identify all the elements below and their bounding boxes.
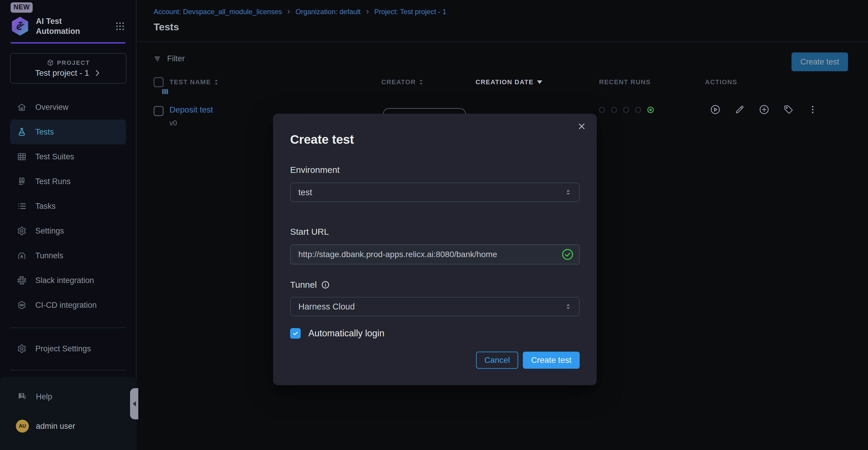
project-name: Test project - 1	[35, 68, 89, 78]
cube-icon	[46, 59, 54, 66]
add-plus-circle-icon[interactable]	[759, 104, 769, 115]
tag-icon[interactable]	[783, 105, 794, 115]
start-url-label: Start URL	[290, 227, 580, 237]
sidebar-item-label: Settings	[35, 226, 64, 235]
column-header-actions: ACTIONS	[705, 78, 838, 86]
sort-desc-icon	[537, 80, 542, 84]
sidebar: NEW AI Test Automation	[0, 0, 136, 450]
sidebar-divider	[10, 328, 126, 328]
sidebar-item-help[interactable]: Help	[10, 385, 126, 408]
column-header-creator[interactable]: CREATOR	[381, 78, 475, 86]
chevron-up-down-icon	[564, 303, 572, 310]
run-status-dot[interactable]	[623, 107, 629, 113]
chevron-right-icon	[286, 9, 291, 15]
environment-select[interactable]: test	[290, 182, 580, 202]
sidebar-item-settings[interactable]: Settings	[10, 219, 126, 243]
chevron-left-icon	[133, 401, 136, 406]
sidebar-item-slack-integration[interactable]: Slack integration	[10, 268, 126, 293]
sidebar-item-tasks[interactable]: Tasks	[10, 194, 126, 219]
create-test-modal: Create test Environment test Start URL h…	[273, 114, 597, 385]
sidebar-item-label: Test Runs	[35, 177, 71, 186]
info-icon[interactable]	[321, 280, 330, 289]
start-url-input[interactable]: http://stage.dbank.prod-apps.relicx.ai:8…	[290, 245, 580, 264]
breadcrumb: Account: Devspace_all_module_licenses Or…	[154, 8, 851, 16]
tunnel-value: Harness Cloud	[298, 302, 355, 312]
sidebar-item-label: Overview	[35, 103, 68, 112]
sort-icon	[418, 78, 424, 86]
run-status-dot[interactable]	[599, 107, 605, 113]
select-all-checkbox[interactable]	[154, 77, 164, 87]
table-header: TEST NAME CREATOR CREATION DATE RECENT R…	[137, 77, 868, 94]
actions-cell	[705, 104, 838, 115]
environment-label: Environment	[290, 165, 580, 175]
chevron-up-down-icon	[564, 189, 572, 196]
modal-buttons: Cancel Create test	[290, 351, 580, 369]
app-switcher-icon[interactable]	[115, 21, 125, 31]
sort-icon	[213, 78, 219, 86]
sidebar-item-label: Tests	[35, 128, 54, 137]
page-title: Tests	[154, 21, 851, 33]
new-badge: NEW	[10, 2, 33, 13]
sidebar-item-tests[interactable]: Tests	[10, 119, 126, 144]
modal-title: Create test	[290, 133, 580, 147]
help-chat-icon	[17, 392, 27, 402]
list-icon	[17, 201, 27, 211]
sidebar-item-cicd-integration[interactable]: CI-CD integration	[10, 293, 126, 317]
valid-check-circle-icon	[561, 248, 574, 261]
sidebar-item-label: Tunnels	[35, 251, 63, 260]
sidebar-item-label: Project Settings	[35, 344, 91, 354]
filter-button[interactable]: Filter	[154, 54, 185, 63]
brand: AI Test Automation	[10, 16, 125, 36]
breadcrumb-organization[interactable]: Organization: default	[296, 8, 361, 16]
environment-value: test	[298, 188, 312, 197]
auto-login-label: Automatically login	[308, 328, 384, 339]
test-name-link[interactable]: Deposit test	[169, 105, 381, 115]
sidebar-item-project-settings[interactable]: Project Settings	[10, 336, 126, 361]
breadcrumb-account[interactable]: Account: Devspace_all_module_licenses	[154, 8, 282, 16]
project-selector[interactable]: PROJECT Test project - 1	[10, 53, 126, 84]
edit-pencil-icon[interactable]	[735, 105, 745, 115]
sidebar-divider	[10, 370, 126, 370]
recent-runs-cell	[599, 107, 705, 113]
brand-underline	[10, 42, 125, 44]
tunnel-select[interactable]: Harness Cloud	[290, 297, 580, 316]
sidebar-item-tunnels[interactable]: Tunnels	[10, 243, 126, 268]
row-checkbox[interactable]	[154, 106, 164, 116]
sidebar-item-test-suites[interactable]: Test Suites	[10, 144, 126, 169]
sidebar-item-label: Slack integration	[35, 276, 94, 285]
user-menu[interactable]: AU admin user	[10, 415, 126, 438]
run-status-dot[interactable]	[611, 107, 617, 113]
tunnel-icon	[17, 251, 27, 260]
sidebar-nav: Overview Tests Test Suites Test Runs	[0, 95, 136, 317]
create-test-button[interactable]: Create test	[792, 52, 848, 71]
sidebar-footer: Help AU admin user	[0, 377, 136, 450]
run-test-icon[interactable]	[710, 104, 721, 115]
sidebar-item-label: Help	[36, 392, 52, 401]
sidebar-item-label: Tasks	[35, 202, 56, 211]
column-header-creation-date[interactable]: CREATION DATE	[475, 78, 599, 86]
gear-icon	[17, 226, 27, 235]
sidebar-item-test-runs[interactable]: Test Runs	[10, 169, 126, 194]
auto-login-row: Automatically login	[290, 328, 580, 339]
test-tubes-icon	[17, 177, 27, 186]
chevron-right-icon	[365, 9, 370, 15]
project-kicker-label: PROJECT	[57, 59, 90, 66]
auto-login-checkbox[interactable]	[290, 328, 301, 339]
start-url-value: http://stage.dbank.prod-apps.relicx.ai:8…	[298, 250, 497, 259]
column-header-test-name[interactable]: TEST NAME	[169, 78, 381, 86]
sidebar-item-label: CI-CD integration	[35, 301, 97, 310]
column-header-recent-runs: RECENT RUNS	[599, 78, 705, 86]
column-settings-icon[interactable]	[161, 87, 169, 96]
close-icon[interactable]	[577, 122, 586, 131]
app-logo-icon	[10, 17, 29, 36]
tunnel-label: Tunnel	[290, 280, 580, 290]
cancel-button[interactable]: Cancel	[476, 351, 518, 369]
run-status-dot[interactable]	[635, 107, 641, 113]
run-status-dot-passed[interactable]	[647, 107, 654, 113]
home-icon	[17, 103, 27, 112]
breadcrumb-project[interactable]: Project: Test project - 1	[374, 8, 446, 16]
toolbar: Filter Create test	[137, 42, 868, 77]
more-kebab-icon[interactable]	[808, 105, 818, 115]
modal-create-test-button[interactable]: Create test	[523, 351, 580, 369]
sidebar-item-overview[interactable]: Overview	[10, 95, 126, 119]
